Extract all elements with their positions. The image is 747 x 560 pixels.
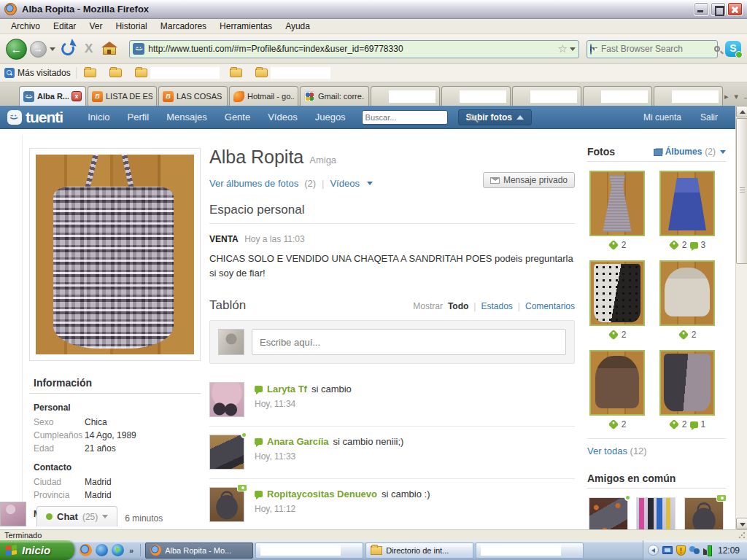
filter-states[interactable]: Estados [481,301,512,311]
scroll-down-button[interactable] [736,518,747,529]
bookmark-folder[interactable] [109,67,125,79]
reload-button[interactable] [59,40,76,57]
bookmark-folder[interactable] [255,67,330,79]
forward-button[interactable]: → [30,41,47,58]
close-button[interactable] [727,2,743,16]
page-scrollbar[interactable] [735,106,747,529]
photo-thumbnail[interactable] [589,350,645,416]
url-bar[interactable]: ;) ☆ [129,40,579,58]
commenter-avatar[interactable] [209,487,244,522]
profile-photo[interactable] [36,155,194,354]
commenter-avatar[interactable] [209,382,244,417]
friend-avatar[interactable] [684,497,724,529]
tray-collapse-icon[interactable] [648,545,659,556]
commenter-avatar[interactable] [209,435,244,470]
bookmark-folder[interactable] [84,67,99,79]
browser-search-input[interactable] [601,44,714,54]
internet-explorer-icon[interactable] [96,544,108,556]
chat-toggle[interactable]: Chat (25) [36,506,117,526]
logout-link[interactable]: Salir [700,112,718,122]
quick-launch-overflow-icon[interactable]: » [128,546,135,555]
browser-tab[interactable]: B LAS COSAS ... x [158,86,228,106]
view-all-photos-link[interactable]: Ver todas [587,446,627,456]
browser-tab[interactable]: x [371,86,440,106]
menu-item[interactable]: Editar [47,20,82,33]
commenter-name[interactable]: Anara Garcíia [267,436,329,447]
site-search-input[interactable] [365,113,469,122]
browser-tab[interactable]: x [583,86,652,106]
site-nav-item[interactable]: Vídeos [259,112,306,122]
friend-avatar[interactable] [636,497,676,529]
menu-item[interactable]: Archivo [4,20,47,33]
search-engine-icon[interactable] [590,44,592,55]
minimize-button[interactable] [694,2,709,16]
private-message-button[interactable]: Mensaje privado [483,172,575,188]
my-account-link[interactable]: Mi cuenta [643,112,681,122]
firefox-quicklaunch-icon[interactable] [80,544,92,556]
albums-link[interactable]: Ver álbumes de fotos [209,178,298,189]
skype-icon[interactable]: S [725,41,741,57]
site-nav-item[interactable]: Inicio [79,112,118,122]
url-input[interactable] [148,44,555,54]
site-nav-item[interactable]: Perfil [119,112,158,122]
photo-thumbnail[interactable] [659,350,715,416]
menu-item[interactable]: Herramientas [213,20,279,33]
list-all-tabs-icon[interactable]: ▾ [735,92,739,101]
scroll-tabs-icon[interactable]: ▸ [724,92,729,101]
browser-tab[interactable]: B LISTA DE ES... x [88,86,157,106]
browser-tab[interactable]: x [654,86,723,106]
taskbar-task-button[interactable] [476,542,584,559]
most-visited-bookmark[interactable]: Más visitados [4,68,71,78]
browser-tab[interactable]: x [512,86,581,106]
home-button[interactable] [103,47,116,55]
filter-all[interactable]: Todo [448,301,468,311]
site-nav-item[interactable]: Juegos [306,112,355,122]
menu-item[interactable]: Historial [109,20,153,33]
chat-avatar[interactable] [0,502,26,526]
videos-dropdown-icon[interactable] [367,182,373,185]
photo-thumbnail[interactable] [589,171,645,236]
videos-link[interactable]: Vídeos [330,178,359,189]
resize-grip[interactable] [738,532,746,539]
taskbar-task-button[interactable]: Alba Ropita - Mo... [145,542,253,559]
signal-icon[interactable] [703,545,712,555]
stop-button[interactable]: X [80,42,97,56]
tuenti-logo[interactable]: ;) tuenti [7,109,63,126]
menu-item[interactable]: Marcadores [154,20,213,33]
menu-item[interactable]: Ver [82,20,109,33]
menu-item[interactable]: Ayuda [279,20,317,33]
url-dropdown-icon[interactable] [570,47,576,51]
site-nav-item[interactable]: Gente [216,112,259,122]
site-nav-item[interactable]: Mensajes [158,112,216,122]
commenter-name[interactable]: Laryta Tf [267,384,307,394]
photo-thumbnail[interactable] [659,260,715,326]
media-player-icon[interactable] [112,544,124,556]
bookmark-star-icon[interactable]: ☆ [558,42,568,55]
tabbar-minimize-icon[interactable]: – [744,93,747,101]
start-button[interactable]: Inicio [0,540,74,560]
friend-avatar[interactable] [589,497,628,529]
taskbar-task-button[interactable]: Directorio de int... [365,542,473,559]
photo-thumbnail[interactable] [659,171,715,236]
browser-tab[interactable]: x [441,86,511,106]
taskbar-task-button[interactable] [255,542,363,559]
tab-close-icon[interactable]: x [71,91,82,101]
wall-compose-input[interactable] [252,329,566,355]
photo-thumbnail[interactable] [589,260,645,326]
back-button[interactable]: ← [6,39,27,60]
site-search-bar[interactable] [362,110,448,125]
albums-dropdown[interactable]: Álbumes (2) [654,147,726,157]
restore-button[interactable] [711,2,726,16]
scroll-up-button[interactable] [736,106,747,117]
history-dropdown-icon[interactable] [50,47,55,51]
profile-photo-frame[interactable] [29,148,201,361]
scrollbar-thumb[interactable] [736,118,747,264]
security-alert-icon[interactable]: ! [676,545,686,556]
network-icon[interactable] [662,546,673,554]
browser-tab[interactable]: Gmail: corre... x [300,86,369,106]
search-bar[interactable] [587,40,718,58]
browser-tab[interactable]: ;) Alba R... x [19,86,86,106]
commenter-name[interactable]: Ropitaycositas Denuevo [267,489,377,499]
bookmark-folder[interactable] [135,67,220,79]
filter-comments[interactable]: Comentarios [525,301,575,311]
